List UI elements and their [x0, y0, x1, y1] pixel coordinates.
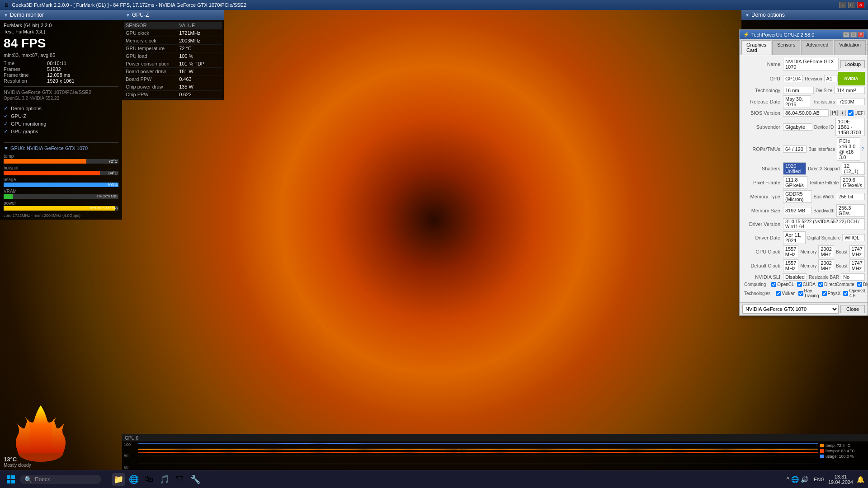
search-bar[interactable]: 🔍 Поиск	[20, 475, 101, 484]
svg-rect-1	[7, 475, 10, 479]
checkbox-gpu-graphs[interactable]: ✓ GPU graphs	[4, 128, 118, 135]
cuda-check-input[interactable]	[797, 282, 802, 287]
metric-hotspot: hotspot 84°C	[4, 165, 118, 175]
file-explorer-icon: 📁	[113, 474, 123, 484]
bios-save-icon[interactable]: 💾	[830, 110, 838, 116]
minimize-button[interactable]: −	[839, 2, 846, 8]
sensor-value-chip-ppw: 0.622	[179, 92, 220, 97]
tech-label: Technology	[742, 88, 783, 93]
demo-monitor-header: ▼ Demo monitor	[0, 10, 122, 20]
gpuz-close-btn[interactable]: Close	[840, 305, 865, 313]
check-icon-graphs: ✓	[4, 128, 8, 135]
sensor-row-chip-ppw: Chip PPW 0.622	[124, 91, 222, 99]
metric-hotspot-value: 84°C	[108, 171, 118, 175]
row-bios: BIOS Version 86.04.50.00.AB 💾 ℹ UEFI	[742, 109, 865, 117]
checkbox-gpu-monitoring[interactable]: ✓ GPU monitoring	[4, 121, 118, 127]
directcompute-check-input[interactable]	[818, 282, 823, 287]
sensor-value-power-cons: 101 % TDP	[179, 61, 220, 66]
collapse-icon[interactable]: ▼	[4, 13, 8, 18]
taskbar-app-store[interactable]: 🛍	[143, 473, 156, 486]
taskbar-app-tool[interactable]: 🔧	[189, 473, 202, 486]
taskbar-app-file-explorer[interactable]: 📁	[112, 473, 125, 486]
checkbox-demo-options[interactable]: ✓ Demo options	[4, 105, 118, 112]
language-indicator[interactable]: ENG	[814, 477, 825, 482]
checkboxes-section: ✓ Demo options ✓ GPU-Z ✓ GPU monitoring …	[0, 103, 122, 138]
directx-support-label: DirectX Support	[806, 166, 842, 171]
directml-checkbox[interactable]: DirectML	[857, 282, 868, 287]
media-icon: 🎵	[160, 474, 170, 484]
sensor-name-board-power: Board power draw	[126, 69, 179, 74]
scale-100: 100	[124, 442, 136, 447]
opencl-check-input[interactable]	[771, 282, 776, 287]
default-clock-value: 1557 MHz	[783, 259, 798, 272]
notification-icon[interactable]: 🔔	[857, 476, 864, 483]
device-id-label: Device ID	[812, 125, 835, 130]
close-button[interactable]: ✕	[857, 2, 864, 8]
taskbar-app-security[interactable]: 🛡	[174, 473, 186, 486]
start-button[interactable]	[4, 472, 18, 487]
checkbox-gpuz[interactable]: ✓ GPU-Z	[4, 113, 118, 119]
gpuz-sensor-header: ▼ GPU-Z	[122, 10, 224, 20]
restore-button[interactable]: □	[848, 2, 855, 8]
opengl-check-input[interactable]	[843, 291, 848, 296]
physx-checkbox[interactable]: PhysX	[822, 291, 841, 296]
bios-info-icon[interactable]: ℹ	[839, 110, 846, 116]
opencl-checkbox[interactable]: OpenCL	[771, 282, 794, 287]
gpuz-titlebar: ⚡ TechPowerUp GPU-Z 2.58.0 − □ ✕	[740, 30, 868, 39]
volume-icon[interactable]: 🔊	[801, 476, 808, 483]
tab-sensors[interactable]: Sensors	[772, 40, 800, 55]
demo-options-header: ▼ Demo options	[741, 10, 868, 20]
directml-check-input[interactable]	[857, 282, 862, 287]
taskbar-app-browser[interactable]: 🌐	[127, 473, 140, 486]
tab-validation[interactable]: Validation	[834, 40, 866, 55]
search-placeholder: Поиск	[35, 476, 50, 483]
gpuz-sensor-title: GPU-Z	[132, 12, 149, 18]
sensor-value-gpu-temp: 72 °C	[179, 46, 220, 51]
gpuz-minimize-button[interactable]: −	[843, 32, 849, 38]
gpuz-restore-button[interactable]: □	[850, 32, 857, 38]
chevron-up-icon[interactable]: ^	[787, 476, 790, 483]
system-tray: ^ 🌐 🔊	[785, 476, 811, 483]
raytracing-checkbox[interactable]: Ray Tracing	[798, 288, 819, 298]
stat-resolution-value: : 1920 x 1061	[44, 78, 75, 84]
demo-content: FurMark (64-bit) 2.2.0 Test: FurMark (GL…	[0, 20, 122, 103]
taskbar-app-media[interactable]: 🎵	[158, 473, 171, 486]
vulkan-checkbox[interactable]: Vulkan	[776, 291, 795, 296]
row-name: Name NVIDIA GeForce GTX 1070 Lookup	[742, 58, 865, 70]
physx-check-input[interactable]	[822, 291, 827, 296]
tab-advanced[interactable]: Advanced	[801, 40, 833, 55]
sensor-name-board-ppw: Board PPW	[126, 76, 179, 82]
metric-temp-label: temp	[4, 154, 118, 159]
taskbar-clock[interactable]: 13:31 19.04.2024	[828, 474, 853, 485]
gpuz-close-button[interactable]: ✕	[858, 32, 864, 38]
tab-graphics-card[interactable]: Graphics Card	[741, 40, 771, 55]
opengl-checkbox[interactable]: OpenGL 4.6	[843, 288, 866, 298]
directcompute-checkbox[interactable]: DirectCompute	[818, 282, 854, 287]
gpu-selector[interactable]: NVIDIA GeForce GTX 1070	[742, 305, 839, 314]
sensor-name-power-cons: Power consumption	[126, 61, 179, 66]
uefi-checkbox[interactable]: UEFI	[848, 110, 865, 116]
check-icon-demo: ✓	[4, 105, 8, 112]
lookup-button[interactable]: Lookup	[840, 60, 865, 68]
network-icon[interactable]: 🌐	[791, 476, 799, 483]
sensor-row-board-ppw: Board PPW 0.463	[124, 75, 222, 83]
graph-title: GPU 0	[125, 436, 138, 441]
fps-stats: min:83, max:87, avg:85	[4, 52, 118, 58]
stat-time: Time : 00:10:11	[4, 61, 118, 66]
gpuz-collapse-icon[interactable]: ▼	[126, 13, 130, 18]
svg-rect-4	[11, 480, 15, 483]
bus-info-icon[interactable]: ?	[860, 147, 865, 152]
sensor-row-gpu-temp: GPU temperature 72 °C	[124, 45, 222, 52]
raytracing-check-input[interactable]	[798, 291, 803, 296]
vulkan-check-input[interactable]	[776, 291, 781, 296]
cuda-label: CUDA	[803, 282, 816, 287]
browser-icon: 🌐	[129, 474, 139, 484]
sensor-name-gpu-clock: GPU clock	[126, 30, 179, 36]
metric-usage-label: usage	[4, 177, 118, 182]
taskbar-right: ^ 🌐 🔊 ENG 13:31 19.04.2024 🔔	[781, 474, 868, 485]
memory-row2-label: Memory	[798, 263, 818, 268]
cuda-checkbox[interactable]: CUDA	[797, 282, 816, 287]
uefi-check-input[interactable]	[848, 110, 854, 116]
demo-options-collapse-icon[interactable]: ▼	[745, 13, 750, 18]
gpu-section-header[interactable]: ▼ GPU0: NVIDIA GeForce GTX 1070	[4, 145, 118, 151]
